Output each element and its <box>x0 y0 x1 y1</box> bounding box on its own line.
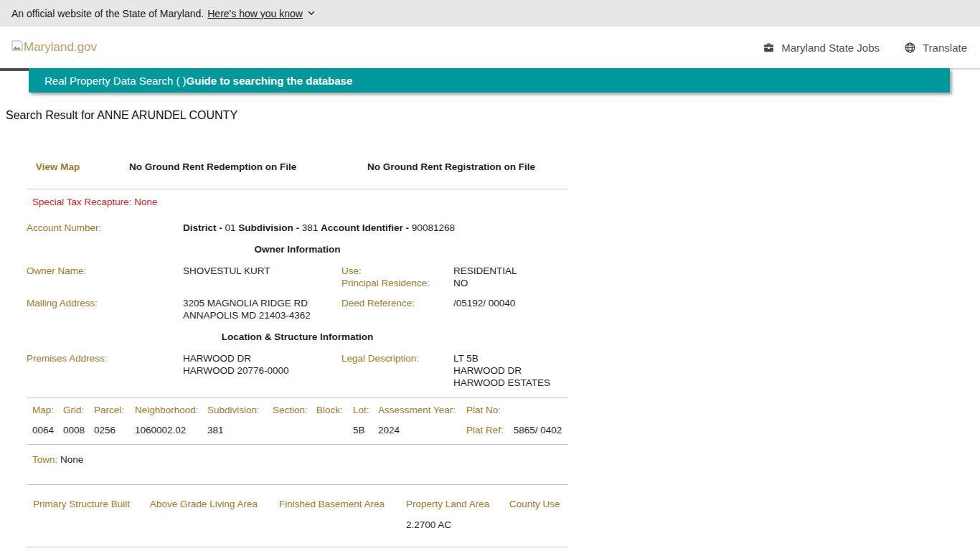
no-ground-rent-redemption: No Ground Rent Redemption on File <box>129 161 367 173</box>
jobs-label: Maryland State Jobs <box>781 42 880 54</box>
lot-value: 5B <box>353 424 378 436</box>
deed-reference-value: /05192/ 00040 <box>453 297 568 321</box>
section-header: Section: <box>273 404 316 416</box>
map-table-values: 0064 0008 0256 1060002.02 381 5B 2024 Pl… <box>32 424 568 436</box>
property-land-area-header: Property Land Area <box>406 498 509 510</box>
deed-reference-label: Deed Reference: <box>341 297 453 321</box>
assessment-year-value: 2024 <box>378 424 466 436</box>
subdivision-value: 381 <box>207 424 273 436</box>
finished-basement-area-header: Finished Basement Area <box>279 498 406 510</box>
guide-to-searching-link[interactable]: Guide to searching the database <box>187 75 353 87</box>
search-result-panel: View Map No Ground Rent Redemption on Fi… <box>27 161 568 551</box>
lot-header: Lot: <box>353 404 378 416</box>
plat-ref-label: Plat Ref: <box>466 425 504 435</box>
parcel-header: Parcel: <box>94 404 135 416</box>
grid-header: Grid: <box>63 404 94 416</box>
translate-link[interactable]: Translate <box>904 42 967 54</box>
use-value: RESIDENTIAL <box>453 265 568 277</box>
divider <box>27 484 568 485</box>
divider <box>27 547 568 547</box>
section-value <box>273 424 316 436</box>
mailing-address-value: 3205 MAGNOLIA RIDGE RD ANNAPOLIS MD 2140… <box>183 297 341 321</box>
divider <box>27 397 568 398</box>
account-number-row: Account Number: District - 01 Subdivisio… <box>27 222 568 234</box>
header-nav: Maryland State Jobs Translate <box>763 42 967 54</box>
account-number-label: Account Number: <box>27 222 183 234</box>
block-header: Block: <box>316 404 353 416</box>
principal-residence-value: NO <box>453 277 568 289</box>
logo-text: Maryland.gov <box>24 40 97 55</box>
premises-address-value: HARWOOD DR HARWOOD 20776-0000 <box>183 352 341 389</box>
mailing-address-row: Mailing Address: 3205 MAGNOLIA RIDGE RD … <box>27 297 568 321</box>
above-grade-living-area-header: Above Grade Living Area <box>150 498 279 510</box>
globe-icon <box>904 42 916 54</box>
mailing-address-label: Mailing Address: <box>27 297 183 321</box>
town-label: Town: <box>32 454 57 465</box>
principal-residence-label: Principal Residence: <box>341 277 453 289</box>
band-title: Real Property Data Search ( ) <box>44 75 187 87</box>
plat-ref-value: 5865/ 0402 <box>514 425 562 435</box>
band-left-stub <box>0 68 29 71</box>
map-value: 0064 <box>32 424 63 436</box>
legal-description-label: Legal Description: <box>341 352 453 389</box>
briefcase-icon <box>763 42 775 54</box>
title-band: Real Property Data Search ( )Guide to se… <box>29 68 950 93</box>
ground-rent-row: View Map No Ground Rent Redemption on Fi… <box>27 161 568 173</box>
no-ground-rent-registration: No Ground Rent Registration on File <box>367 161 535 173</box>
neighborhood-header: Neighborhood: <box>135 404 207 416</box>
official-banner: An official website of the State of Mary… <box>0 0 980 27</box>
use-values: RESIDENTIAL NO <box>453 265 568 289</box>
broken-image-icon <box>11 40 23 51</box>
premises-address-row: Premises Address: HARWOOD DR HARWOOD 207… <box>27 352 568 389</box>
maryland-state-jobs-link[interactable]: Maryland State Jobs <box>763 42 880 54</box>
title-band-row: Real Property Data Search ( )Guide to se… <box>0 68 980 93</box>
owner-name-label: Owner Name: <box>27 265 183 289</box>
property-land-area-value: 2.2700 AC <box>406 519 509 531</box>
heres-how-you-know-link[interactable]: Here's how you know <box>207 8 303 19</box>
map-table-headers: Map: Grid: Parcel: Neighborhood: Subdivi… <box>32 404 568 416</box>
plat-no-header: Plat No: <box>466 404 568 416</box>
page-title: Search Result for ANNE ARUNDEL COUNTY <box>6 109 980 122</box>
map-grid-parcel-table: Map: Grid: Parcel: Neighborhood: Subdivi… <box>27 404 568 436</box>
assessment-year-header: Assessment Year: <box>378 404 466 416</box>
parcel-value: 0256 <box>94 424 135 436</box>
owner-name-row: Owner Name: SHOVESTUL KURT Use: Principa… <box>27 265 568 289</box>
view-map-link[interactable]: View Map <box>36 161 80 172</box>
grid-value: 0008 <box>63 424 94 436</box>
premises-address-label: Premises Address: <box>27 352 183 389</box>
divider <box>27 444 568 445</box>
use-label: Use: <box>341 265 453 277</box>
town-value: None <box>60 454 83 465</box>
primary-structure-built-header: Primary Structure Built <box>33 498 150 510</box>
owner-name-value: SHOVESTUL KURT <box>183 265 341 289</box>
town-row: Town: None <box>27 453 568 466</box>
structure-table-values: 2.2700 AC <box>27 519 568 531</box>
neighborhood-value: 1060002.02 <box>135 424 207 436</box>
subdivision-header: Subdivision: <box>207 404 273 416</box>
block-value <box>316 424 353 436</box>
legal-description-value: LT 5B HARWOOD DR HARWOOD ESTATES <box>453 352 568 389</box>
maryland-gov-logo[interactable]: Maryland.gov <box>11 40 97 55</box>
chevron-down-icon <box>308 11 315 16</box>
map-header: Map: <box>32 404 63 416</box>
location-structure-heading: Location & Structure Information <box>27 331 568 343</box>
structure-table-headers: Primary Structure Built Above Grade Livi… <box>27 498 568 510</box>
special-tax-recapture: Special Tax Recapture: None <box>27 196 568 208</box>
translate-label: Translate <box>923 42 967 54</box>
owner-information-heading: Owner Information <box>27 243 568 255</box>
account-details: District - 01 Subdivision - 381 Account … <box>183 222 568 234</box>
site-header: Maryland.gov Maryland State Jobs Transla… <box>0 27 980 70</box>
banner-text: An official website of the State of Mary… <box>11 8 204 19</box>
use-labels: Use: Principal Residence: <box>341 265 453 289</box>
structure-table: Primary Structure Built Above Grade Livi… <box>27 498 568 531</box>
divider <box>27 189 568 189</box>
plat-ref-cell: Plat Ref:5865/ 0402 <box>466 424 568 436</box>
county-use-header: County Use <box>509 498 568 510</box>
